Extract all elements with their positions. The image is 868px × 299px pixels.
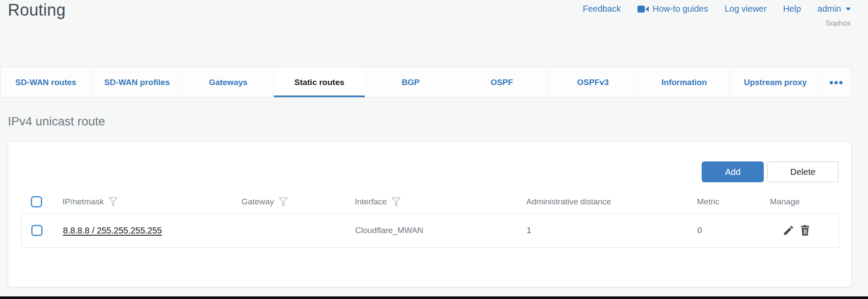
- row-select-cell: [22, 225, 53, 236]
- row-ip-netmask-cell: 8.8.8.8 / 255.255.255.255: [53, 226, 232, 236]
- log-viewer-link[interactable]: Log viewer: [725, 4, 767, 14]
- header-select-cell: [21, 196, 53, 207]
- header-ip-netmask: IP/netmask: [53, 197, 232, 207]
- tab-information[interactable]: Information: [639, 68, 730, 97]
- tab-sdwan-profiles[interactable]: SD-WAN profiles: [92, 68, 183, 97]
- header-interface-label: Interface: [355, 197, 387, 207]
- tab-ospfv3[interactable]: OSPFv3: [548, 68, 639, 97]
- ellipsis-icon: [830, 81, 833, 84]
- page-title: Routing: [8, 1, 66, 20]
- add-button[interactable]: Add: [702, 161, 764, 182]
- header-gateway: Gateway: [232, 197, 345, 207]
- table-actions: Add Delete: [702, 161, 838, 182]
- tenant-name: Sophos: [825, 19, 851, 28]
- video-camera-icon: [637, 5, 649, 13]
- ellipsis-icon: [835, 81, 838, 84]
- admin-label: admin: [818, 4, 841, 14]
- header-administrative-distance-label: Administrative distance: [526, 197, 611, 207]
- feedback-link[interactable]: Feedback: [583, 4, 621, 14]
- tab-sdwan-routes[interactable]: SD-WAN routes: [0, 68, 92, 97]
- header-metric-label: Metric: [697, 197, 719, 207]
- tab-static-routes[interactable]: Static routes: [274, 68, 365, 97]
- section-heading: IPv4 unicast route: [8, 115, 105, 128]
- tab-gateways[interactable]: Gateways: [183, 68, 274, 97]
- help-link[interactable]: Help: [783, 4, 801, 14]
- select-all-checkbox[interactable]: [31, 196, 42, 207]
- header-manage-label: Manage: [770, 197, 800, 207]
- routing-tabbar: SD-WAN routes SD-WAN profiles Gateways S…: [0, 67, 851, 98]
- tab-upstream-proxy[interactable]: Upstream proxy: [730, 68, 821, 97]
- row-interface-value: Cloudflare_MWAN: [355, 226, 423, 235]
- row-manage-cell: [761, 224, 840, 237]
- howto-guides-label: How-to guides: [653, 4, 708, 14]
- table-row: 8.8.8.8 / 255.255.255.255 Cloudflare_MWA…: [21, 213, 839, 248]
- window-bottom-edge: [0, 296, 868, 299]
- ipv4-unicast-route-card: Add Delete IP/netmask Gateway Interfac: [8, 141, 852, 287]
- row-interface-cell: Cloudflare_MWAN: [346, 226, 517, 235]
- header-interface: Interface: [345, 197, 517, 207]
- delete-button[interactable]: Delete: [767, 161, 838, 182]
- header-administrative-distance: Administrative distance: [517, 197, 687, 207]
- table-header-row: IP/netmask Gateway Interface Administrat…: [21, 191, 839, 213]
- trash-icon[interactable]: [799, 224, 811, 237]
- header-ip-netmask-label: IP/netmask: [63, 197, 104, 207]
- feedback-label: Feedback: [583, 4, 621, 14]
- ellipsis-icon: [839, 81, 842, 84]
- row-checkbox[interactable]: [31, 225, 43, 236]
- help-label: Help: [783, 4, 801, 14]
- funnel-icon[interactable]: [392, 197, 401, 207]
- row-metric-cell: 0: [688, 226, 761, 235]
- utility-nav: Feedback How-to guides Log viewer Help a…: [583, 4, 851, 14]
- tab-ospf[interactable]: OSPF: [456, 68, 548, 97]
- row-administrative-distance-cell: 1: [517, 226, 688, 235]
- howto-guides-link[interactable]: How-to guides: [637, 4, 708, 14]
- route-link[interactable]: 8.8.8.8 / 255.255.255.255: [63, 226, 162, 236]
- header-manage: Manage: [760, 197, 839, 207]
- tabs-overflow-button[interactable]: [821, 68, 851, 97]
- pencil-icon[interactable]: [782, 224, 795, 237]
- row-administrative-distance-value: 1: [527, 226, 531, 235]
- static-routes-table: IP/netmask Gateway Interface Administrat…: [21, 191, 839, 248]
- header-metric: Metric: [687, 197, 760, 207]
- tab-bgp[interactable]: BGP: [365, 68, 456, 97]
- admin-menu[interactable]: admin: [818, 4, 851, 14]
- funnel-icon[interactable]: [279, 197, 288, 207]
- row-metric-value: 0: [697, 226, 702, 235]
- caret-down-icon: [845, 7, 851, 11]
- log-viewer-label: Log viewer: [725, 4, 767, 14]
- funnel-icon[interactable]: [109, 197, 118, 207]
- header-gateway-label: Gateway: [241, 197, 274, 207]
